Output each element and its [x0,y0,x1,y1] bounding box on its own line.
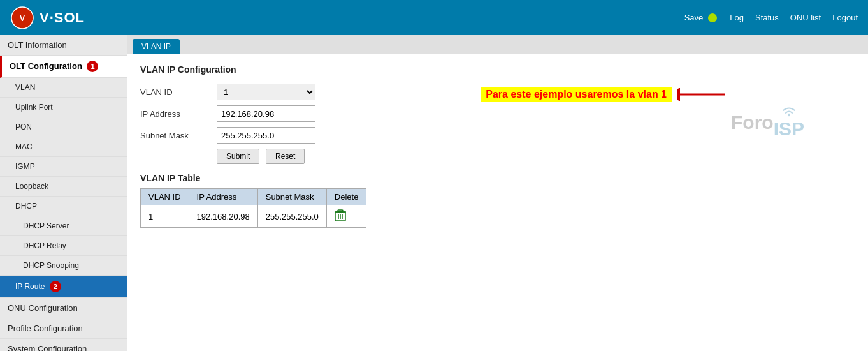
col-header-subnet-mask: Subnet Mask [257,189,326,205]
annotation-area: Para este ejemplo usaremos la vlan 1 [481,85,728,104]
tab-vlan-ip[interactable]: VLAN IP [133,39,180,54]
col-header-vlan-id: VLAN ID [141,189,189,205]
tab-bar: VLAN IP [127,35,868,54]
sidebar-item-dhcp[interactable]: DHCP [0,197,127,216]
sidebar-item-dhcp-snooping[interactable]: DHCP Snooping [0,256,127,276]
sidebar: OLT Information OLT Configuration 1 VLAN… [0,35,127,351]
header-nav: Log Status ONU list Logout [730,13,858,22]
sidebar-item-vlan[interactable]: VLAN [0,78,127,98]
section-title: VLAN IP Configuration [140,64,315,75]
logout-link[interactable]: Logout [832,13,858,22]
vlan-ip-table: VLAN ID IP Address Subnet Mask Delete 1 … [140,188,366,228]
save-button[interactable]: Save [684,13,704,22]
logo-area: V V·SOL [10,6,85,30]
badge-2: 2 [50,281,61,292]
svg-text:V: V [20,14,25,23]
subnet-mask-input[interactable] [217,127,315,144]
watermark: Foro ISP [731,105,804,140]
cell-delete [326,205,366,228]
sidebar-item-loopback[interactable]: Loopback [0,177,127,197]
sidebar-item-onu-configuration[interactable]: ONU Configuration [0,298,127,318]
annotation-arrow-icon [677,85,728,104]
logo-text: V·SOL [40,10,85,26]
onu-list-link[interactable]: ONU list [790,13,821,22]
log-link[interactable]: Log [730,13,744,22]
header-right: Save Log Status ONU list Logout [684,13,858,22]
header-save-area: Save [684,13,718,22]
col-header-delete: Delete [326,189,366,205]
watermark-isp-group: ISP [774,105,804,140]
sidebar-item-igmp[interactable]: IGMP [0,157,127,177]
ip-address-input[interactable] [217,105,315,122]
wifi-icon [779,105,799,118]
table-row: 1 192.168.20.98 255.255.255.0 [141,205,366,228]
watermark-isp-text: ISP [774,118,804,140]
content-area: VLAN IP Configuration VLAN ID 1 IP Addre… [127,54,868,238]
cell-vlan-id: 1 [141,205,189,228]
sidebar-item-olt-configuration[interactable]: OLT Configuration 1 [0,56,127,78]
main-content: VLAN IP VLAN IP Configuration VLAN ID 1 … [127,35,868,351]
vlan-id-select[interactable]: 1 [217,84,315,100]
vlan-id-label: VLAN ID [140,87,217,97]
status-indicator [708,13,717,22]
cell-ip-address: 192.168.20.98 [189,205,257,228]
sidebar-item-uplink-port[interactable]: Uplink Port [0,98,127,117]
sidebar-item-mac[interactable]: MAC [0,137,127,157]
status-link[interactable]: Status [755,13,779,22]
reset-button[interactable]: Reset [266,149,305,164]
vlan-id-row: VLAN ID 1 [140,84,315,100]
form-buttons: Submit Reset [217,149,315,164]
table-section-title: VLAN IP Table [140,173,855,183]
layout: OLT Information OLT Configuration 1 VLAN… [0,35,868,351]
sidebar-item-ip-route[interactable]: IP Route 2 [0,276,127,298]
watermark-foro: Foro [731,112,774,133]
form-area: VLAN IP Configuration VLAN ID 1 IP Addre… [140,64,315,164]
sidebar-item-olt-information[interactable]: OLT Information [0,35,127,56]
trash-icon [335,209,346,221]
sidebar-item-dhcp-relay[interactable]: DHCP Relay [0,236,127,256]
header: V V·SOL Save Log Status ONU list Logout [0,0,868,35]
badge-1: 1 [87,61,98,72]
col-header-ip-address: IP Address [189,189,257,205]
sidebar-item-pon[interactable]: PON [0,117,127,137]
subnet-mask-row: Subnet Mask [140,127,315,144]
submit-button[interactable]: Submit [217,149,259,164]
ip-address-label: IP Address [140,109,217,119]
delete-row-button[interactable] [335,209,346,224]
subnet-mask-label: Subnet Mask [140,131,217,140]
ip-address-row: IP Address [140,105,315,122]
vsol-logo-icon: V [10,6,34,30]
sidebar-item-system-configuration[interactable]: System Configuration [0,339,127,351]
annotation-text: Para este ejemplo usaremos la vlan 1 [481,87,672,102]
sidebar-item-dhcp-server[interactable]: DHCP Server [0,216,127,236]
cell-subnet-mask: 255.255.255.0 [257,205,326,228]
sidebar-item-profile-configuration[interactable]: Profile Configuration [0,318,127,339]
